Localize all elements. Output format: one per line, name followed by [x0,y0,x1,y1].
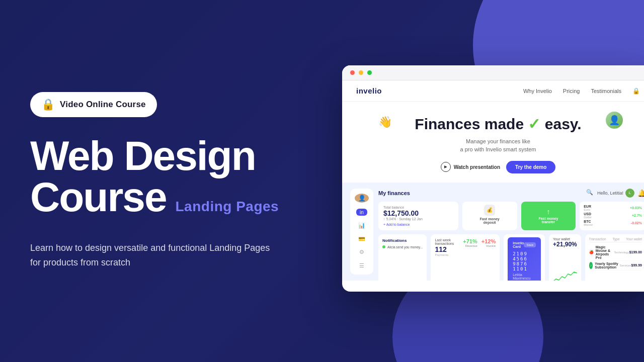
deposit-icon: 💰 [484,205,495,216]
wave-emoji: 👋 [378,116,392,129]
trans-item-left-1: 🍎 Magic Mouse & Airpods Pro [589,245,614,259]
browser-dot-yellow [359,70,363,75]
wallet-title: Your wallet [553,237,577,241]
dashboard-cards-row1: Total balance $12,750.00 ↑ 5.04% · Sunda… [378,202,644,230]
transactions-summary-card: Last weektransactions 112 Payments +71% … [431,234,500,281]
search-icon[interactable]: 🔍 [586,189,594,197]
trans-name-1: Magic Mouse & Airpods Pro [596,245,614,259]
invoice-value: +12% [481,238,496,244]
browser-dot-green [367,70,372,75]
watch-label: Watch presentation [454,164,500,170]
notification-dot [382,245,385,248]
hero-avatar: 👤 [605,111,624,130]
title-line2: Course [30,176,167,218]
invelio-card: Invelio Card Save 2109 4566 9876 1101 Le… [508,237,541,281]
invelio-card-container: Invelio Card Save 2109 4566 9876 1101 Le… [504,234,545,281]
sidebar-icon-linkedin[interactable]: in [356,209,367,216]
greeting-text: Hello, Letitia! [597,191,623,196]
trans-type-2: Services [620,264,631,267]
nav-link-why[interactable]: Why Invelio [523,88,552,94]
btc-sub: Bitcoin [584,223,593,226]
balance-label: Total balance [383,206,453,209]
lock-icon: 🔒 [632,87,640,95]
site-navbar: invelio Why Invelio Pricing Testimonials… [342,80,644,102]
invoice-label: Invoice [481,244,496,247]
card-holder-name: Letitia Maximescu [513,273,536,280]
wallet-card: Your wallet +21,90% [549,234,581,281]
hero-subtitle: Manage your finances likea pro with Inve… [356,137,640,154]
trans-item-left-2: ♪ Yearly Spotify Subscription [589,262,620,269]
sidebar-icon-settings2[interactable]: ☰ [356,262,367,269]
trans-title: Last weektransactions [435,238,454,245]
notifications-title: Notifications [382,238,423,243]
sidebar-icon-card[interactable]: 💳 [356,235,367,243]
hero-title-part2: easy. [545,116,582,132]
header-right: 🔍 Hello, Letitia! L 🔔 [586,189,644,198]
greeting: Hello, Letitia! L [597,189,634,198]
card-save-button[interactable]: Save [524,242,536,247]
site-logo: invelio [356,86,382,95]
usd-sub: Dollar [584,216,592,219]
currency-usd: USD Dollar +2.7% [584,212,642,219]
try-demo-button[interactable]: Try the demo [506,161,555,173]
browser-mockup: invelio Why Invelio Pricing Testimonials… [342,65,644,292]
card-number: 2109 4566 9876 1101 [513,251,536,272]
dashboard-cards-row2: Notifications Alicia send you money... L… [378,234,644,281]
bottom-cards: Invelio Card Save 2109 4566 9876 1101 Le… [504,234,644,281]
trans-col-transaction: Transaction [589,237,606,241]
clapperboard-icon: 🔒 [41,98,55,111]
currency-card: EUR Euro +0.03% USD Dollar +2.7% [580,202,644,230]
title-line2-row: Course Landing Pages [30,176,282,218]
sidebar-icon-chart[interactable]: 📊 [356,222,367,229]
badge-text: Video Online Course [60,100,146,110]
trans-col-amount: Your wallet [626,237,642,241]
wallet-chart [553,248,577,281]
card-brand: Invelio Card [513,241,524,248]
transfer-label: Fast moneytransfer [538,217,558,224]
invoice-stat: +12% Invoice [481,238,496,256]
transaction-list-card: Transaction Type Your wallet 🍎 Magic Mou… [585,234,644,281]
course-description: Learn how to design versatile and functi… [30,241,282,270]
eur-change: +0.03% [630,206,642,210]
trans-payments-label: Payments [435,253,454,256]
hero-title: Finances made ✓ easy. [356,116,640,133]
add-balance-link[interactable]: + Add to balance [383,223,453,226]
notification-item: Alicia send you money... [382,245,423,249]
nav-link-testimonials[interactable]: Testimonials [591,88,621,94]
trans-amount-1: $199.00 [629,250,642,254]
sidebar-avatar: 👤 [355,194,369,203]
watch-presentation-button[interactable]: ▶ Watch presentation [441,162,500,172]
trans-icon-spotify: ♪ [589,262,593,269]
trans-list-header: Transaction Type Your wallet [589,237,642,242]
dashboard-title: My finances [378,190,410,196]
eur-name: EUR [584,205,591,208]
sidebar-icon-settings[interactable]: ⚙ [356,248,367,256]
nav-link-pricing[interactable]: Pricing [563,88,580,94]
trans-type-1: Technology [614,251,629,254]
trans-amount-2: $99.99 [631,263,642,267]
landing-pages-label: Landing Pages [176,200,279,214]
title-line1: Web Design [30,135,282,176]
left-panel: 🔒 Video Online Course Web Design Course … [0,0,312,362]
table-row: 🍎 Magic Mouse & Airpods Pro Technology $… [589,244,642,261]
main-title: Web Design Course Landing Pages [30,135,282,218]
eur-sub: Euro [584,208,591,211]
hero-title-checkmark: ✓ [528,116,540,132]
usd-change: +2.7% [632,214,642,217]
trans-stats: +71% Revenue +12% Invoice [463,238,496,256]
site-nav-links: Why Invelio Pricing Testimonials 🔒 [523,87,640,95]
course-badge: 🔒 Video Online Course [30,92,157,117]
revenue-value: +71% [463,238,477,244]
revenue-stat: +71% Revenue [463,238,477,256]
notification-text: Alicia send you money... [387,245,423,249]
revenue-label: Revenue [463,244,477,247]
currency-btc: BTC Bitcoin -0.02% [584,220,642,226]
trans-col-type: Type [612,237,619,241]
btc-name: BTC [584,220,593,223]
bell-icon[interactable]: 🔔 [637,189,644,197]
transfer-icon: ↑ [546,208,550,216]
dashboard-main: My finances 🔍 Hello, Letitia! L 🔔 Total … [378,189,644,275]
wallet-value: +21,90% [553,241,577,248]
site-dashboard: 👤 in 📊 💳 ⚙ ☰ My finances 🔍 Hello, Letiti… [342,183,644,281]
user-avatar-small: L [625,189,634,198]
